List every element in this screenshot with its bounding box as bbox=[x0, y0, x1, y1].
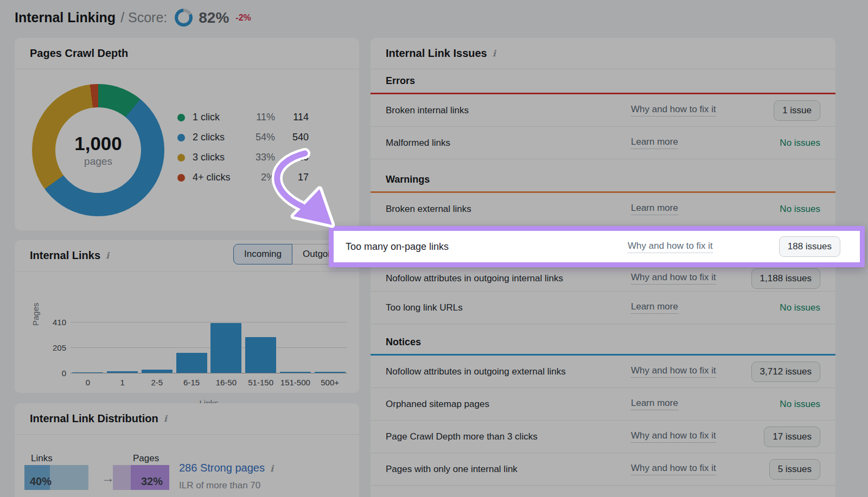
issue-label: Too many on-page links bbox=[346, 241, 628, 253]
why-fix-link[interactable]: Why and how to fix it bbox=[628, 241, 713, 253]
highlighted-issue-row[interactable]: Too many on-page links Why and how to fi… bbox=[329, 226, 865, 267]
internal-linking-report: Internal Linking / Score: 82% -2% Pages … bbox=[0, 0, 868, 497]
issues-count-button[interactable]: 188 issues bbox=[779, 236, 840, 257]
